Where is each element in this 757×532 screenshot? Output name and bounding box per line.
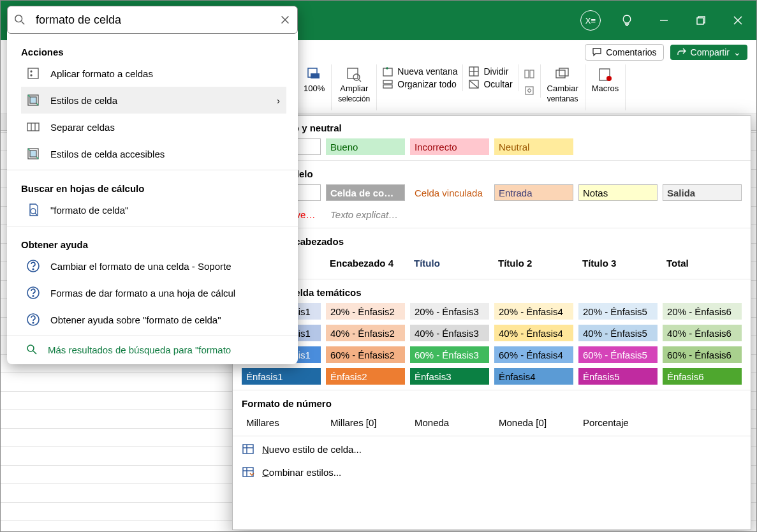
search-action-item[interactable]: Estilos de celda›: [21, 87, 286, 114]
style-swatch[interactable]: 20% - Énfasis3: [410, 303, 489, 320]
share-button[interactable]: Compartir ⌄: [670, 45, 747, 60]
svg-point-9: [353, 74, 360, 80]
search-action-item[interactable]: Aplicar formato a celdas: [21, 60, 286, 87]
svg-rect-37: [27, 123, 39, 131]
search-in-item[interactable]: "formato de celda": [21, 196, 286, 223]
style-swatch[interactable]: Celda de co…: [326, 184, 405, 201]
zoom-selection-button[interactable]: Ampliar selección: [338, 67, 370, 103]
more-results-link[interactable]: Más resultados de búsqueda para "formato: [7, 336, 298, 364]
style-swatch[interactable]: 60% - Énfasis2: [326, 346, 405, 363]
arrange-all-button[interactable]: Organizar todo: [382, 78, 457, 90]
style-swatch[interactable]: Énfasis6: [663, 368, 742, 385]
new-window-button[interactable]: Nueva ventana: [382, 66, 457, 77]
svg-line-10: [359, 80, 361, 82]
style-swatch[interactable]: Millares [0]: [326, 414, 405, 431]
user-badge[interactable]: X≡: [580, 10, 601, 31]
style-swatch[interactable]: 20% - Énfasis6: [663, 303, 742, 320]
search-input[interactable]: [33, 11, 279, 29]
split-button[interactable]: Dividir: [468, 66, 512, 77]
style-swatch[interactable]: Notas: [578, 184, 658, 201]
zoom-100-button[interactable]: 100 100%: [304, 67, 325, 93]
style-swatch[interactable]: Bueno: [326, 138, 405, 155]
style-swatch[interactable]: Millares: [242, 414, 321, 431]
merge-styles-button[interactable]: Combinar estilos...: [233, 461, 751, 484]
svg-rect-41: [30, 151, 36, 157]
style-swatch[interactable]: Celda vinculada: [410, 184, 489, 201]
style-swatch[interactable]: 60% - Énfasis5: [578, 346, 658, 363]
style-swatch[interactable]: Moneda [0]: [494, 414, 573, 431]
style-swatch[interactable]: Énfasis2: [326, 368, 405, 385]
svg-point-47: [33, 295, 34, 297]
search-icon: [26, 344, 38, 355]
search-icon: [14, 14, 26, 26]
comments-button[interactable]: Comentarios: [585, 44, 663, 61]
svg-point-34: [31, 75, 32, 76]
style-swatch[interactable]: Énfasis5: [578, 368, 658, 385]
svg-line-43: [35, 213, 37, 215]
style-swatch[interactable]: Moneda: [410, 414, 489, 431]
style-swatch[interactable]: Título 3: [578, 252, 658, 274]
minimize-button[interactable]: [645, 8, 682, 33]
restore-button[interactable]: [682, 8, 719, 33]
style-swatch[interactable]: Total: [663, 252, 742, 274]
style-swatch[interactable]: 60% - Énfasis3: [410, 346, 489, 363]
chevron-right-icon: ›: [277, 95, 280, 106]
clear-search-icon[interactable]: [279, 14, 291, 26]
style-swatch[interactable]: Énfasis1: [242, 368, 321, 385]
sync-scroll-icon[interactable]: [524, 85, 535, 96]
hide-button[interactable]: Ocultar: [468, 78, 512, 90]
style-swatch[interactable]: Énfasis3: [410, 368, 489, 385]
action-icon: [26, 120, 40, 134]
svg-point-27: [606, 76, 612, 81]
style-swatch[interactable]: Neutral: [494, 138, 573, 155]
style-swatch[interactable]: 60% - Énfasis4: [494, 346, 573, 363]
search-action-item[interactable]: Estilos de celda accesibles: [21, 140, 286, 167]
style-swatch[interactable]: 20% - Énfasis5: [578, 303, 658, 320]
share-label: Compartir: [691, 47, 730, 57]
style-swatch[interactable]: Incorrecto: [410, 138, 489, 155]
svg-rect-11: [383, 68, 392, 76]
style-swatch[interactable]: 40% - Énfasis3: [410, 325, 489, 341]
style-swatch[interactable]: 20% - Énfasis4: [494, 303, 573, 320]
view-side-icon[interactable]: [524, 68, 535, 80]
style-swatch[interactable]: Entrada: [494, 184, 573, 201]
help-item[interactable]: Obtener ayuda sobre "formato de celda": [21, 306, 286, 333]
style-swatch[interactable]: Salida: [663, 184, 742, 201]
document-search-icon: [26, 203, 40, 217]
new-cell-style-button[interactable]: Nuevo estilo de celda...: [233, 438, 751, 461]
style-swatch[interactable]: Texto explicat…: [326, 206, 405, 223]
action-icon: [26, 147, 40, 161]
svg-rect-24: [556, 70, 565, 78]
close-button[interactable]: [719, 8, 756, 33]
style-swatch[interactable]: 40% - Énfasis4: [494, 325, 573, 341]
zoom-selection-icon: [346, 67, 362, 82]
svg-rect-14: [383, 80, 392, 84]
gallery-heading-goodbad: Bueno, malo y neutral: [233, 116, 751, 137]
comments-label: Comentarios: [606, 47, 656, 57]
style-swatch[interactable]: Énfasis4: [494, 368, 573, 385]
gallery-heading-number: Formato de número: [233, 392, 751, 413]
style-swatch[interactable]: 40% - Énfasis5: [578, 325, 658, 341]
style-swatch[interactable]: Título: [410, 252, 489, 274]
svg-rect-22: [530, 70, 534, 78]
search-box[interactable]: [7, 6, 298, 34]
style-swatch[interactable]: Encabezado 4: [326, 252, 405, 274]
help-item[interactable]: Cambiar el formato de una celda - Soport…: [21, 253, 286, 279]
svg-rect-21: [525, 70, 529, 78]
style-swatch[interactable]: Título 2: [494, 252, 573, 274]
switch-windows-button[interactable]: Cambiar ventanas: [547, 67, 578, 103]
switch-windows-icon: [555, 67, 570, 82]
help-icon: [26, 259, 40, 273]
style-swatch[interactable]: Porcentaje: [578, 414, 658, 431]
help-item[interactable]: Formas de dar formato a una hoja de cálc…: [21, 279, 286, 306]
svg-line-29: [22, 22, 25, 25]
search-action-item[interactable]: Separar celdas: [21, 114, 286, 140]
macros-button[interactable]: Macros: [592, 67, 619, 93]
style-swatch[interactable]: 40% - Énfasis2: [326, 325, 405, 341]
style-swatch[interactable]: 40% - Énfasis6: [663, 325, 742, 341]
style-swatch[interactable]: 20% - Énfasis2: [326, 303, 405, 320]
help-icon: [26, 313, 40, 327]
help-bulb-icon[interactable]: [608, 8, 645, 33]
style-swatch[interactable]: 60% - Énfasis6: [663, 346, 742, 363]
svg-rect-15: [383, 85, 392, 88]
